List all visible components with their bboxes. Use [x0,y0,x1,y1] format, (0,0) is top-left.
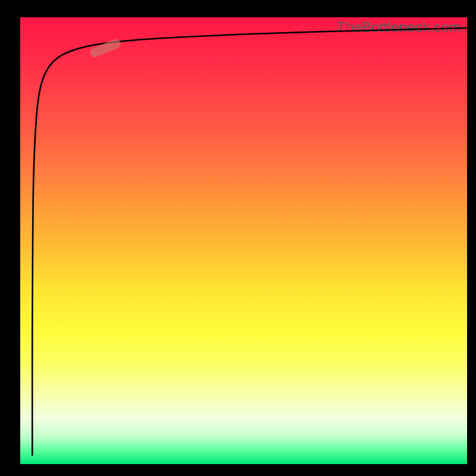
bottleneck-curve [32,28,467,455]
plot-area: TheBottleneck.com [20,17,467,464]
chart-frame: TheBottleneck.com [0,0,476,476]
curve-svg [20,17,467,464]
